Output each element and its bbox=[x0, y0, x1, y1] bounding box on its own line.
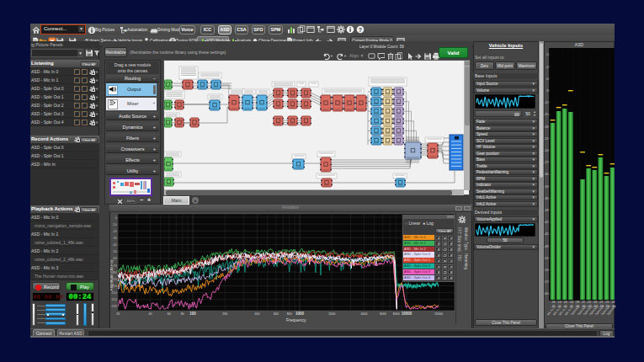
svg-text:-27: -27 bbox=[544, 160, 549, 164]
svg-text:-40: -40 bbox=[112, 242, 118, 247]
svg-text:-30: -30 bbox=[544, 172, 549, 176]
svg-text:2000: 2000 bbox=[328, 312, 335, 316]
svg-text:-120: -120 bbox=[110, 297, 118, 301]
svg-text:Amplitude (dB FS): Amplitude (dB FS) bbox=[110, 259, 114, 290]
svg-text:8000: 8000 bbox=[393, 312, 400, 316]
svg-text:-30: -30 bbox=[112, 236, 118, 240]
svg-text:?: ? bbox=[359, 27, 362, 33]
svg-text:40: 40 bbox=[149, 312, 152, 316]
svg-text:6000: 6000 bbox=[380, 312, 386, 316]
svg-text:-20: -20 bbox=[112, 229, 118, 233]
svg-text:-12: -12 bbox=[544, 100, 549, 104]
svg-text:4000: 4000 bbox=[361, 312, 368, 316]
svg-text:-60: -60 bbox=[544, 291, 549, 295]
svg-text:20: 20 bbox=[116, 312, 120, 316]
svg-text:-24: -24 bbox=[544, 148, 549, 152]
svg-text:-50: -50 bbox=[112, 249, 118, 253]
svg-text:-51: -51 bbox=[544, 256, 549, 260]
svg-text:1000: 1000 bbox=[295, 311, 305, 316]
svg-text:-57: -57 bbox=[544, 279, 549, 284]
svg-text:600: 600 bbox=[274, 312, 279, 316]
svg-text:100: 100 bbox=[189, 311, 196, 316]
svg-text:-9: -9 bbox=[546, 88, 548, 93]
svg-text:-33: -33 bbox=[544, 184, 549, 189]
svg-text:400: 400 bbox=[255, 312, 260, 316]
svg-text:-21: -21 bbox=[544, 136, 549, 141]
svg-text:0: 0 bbox=[546, 52, 549, 56]
svg-text:-130: -130 bbox=[110, 304, 118, 308]
svg-text:-48: -48 bbox=[544, 244, 549, 248]
svg-text:-10: -10 bbox=[112, 222, 118, 226]
svg-text:-36: -36 bbox=[544, 196, 549, 200]
svg-text:60: 60 bbox=[168, 312, 171, 316]
svg-text:200: 200 bbox=[222, 312, 227, 316]
svg-text:80: 80 bbox=[181, 312, 184, 316]
svg-text:Frequency: Frequency bbox=[286, 317, 306, 322]
svg-text:800: 800 bbox=[287, 312, 292, 316]
svg-text:-42: -42 bbox=[544, 220, 549, 224]
svg-text:-15: -15 bbox=[544, 112, 549, 116]
svg-text:-45: -45 bbox=[544, 232, 549, 236]
svg-text:-39: -39 bbox=[544, 208, 549, 212]
svg-text:-6: -6 bbox=[546, 77, 548, 81]
svg-text:10000: 10000 bbox=[402, 311, 412, 316]
svg-text:-18: -18 bbox=[544, 125, 549, 129]
svg-text:-54: -54 bbox=[544, 268, 549, 272]
svg-text:20000: 20000 bbox=[434, 312, 443, 316]
svg-text:-3: -3 bbox=[546, 65, 548, 69]
